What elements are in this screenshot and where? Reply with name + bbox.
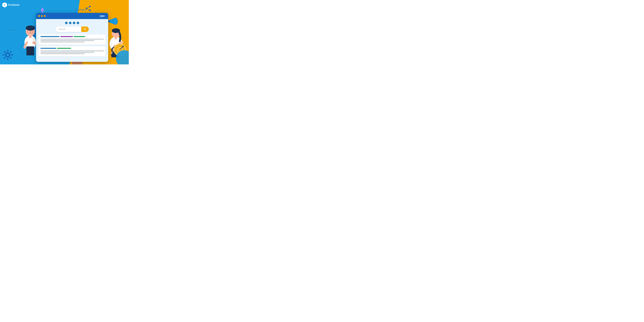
logo-shield-svg: F	[2, 2, 7, 8]
seo-label: seo	[100, 14, 104, 18]
svg-rect-33	[29, 36, 32, 38]
svg-rect-44	[108, 20, 110, 22]
svg-rect-16	[2, 54, 4, 56]
search-bar-container: Search	[39, 26, 106, 32]
nav-dot-2	[69, 22, 72, 24]
search-button[interactable]	[81, 26, 89, 32]
svg-rect-15	[4, 57, 6, 59]
svg-rect-12	[11, 54, 13, 56]
nav-dot-4	[77, 22, 79, 24]
browser-content: Search	[36, 19, 108, 62]
search-placeholder-text: Search	[58, 28, 66, 30]
zigzag-left-decoration	[5, 30, 17, 32]
svg-rect-13	[10, 57, 12, 59]
svg-line-6	[86, 8, 90, 10]
gear-icon	[2, 50, 13, 60]
browser-title-bar: seo	[36, 13, 108, 19]
svg-rect-41	[115, 37, 117, 40]
share-icon	[85, 5, 92, 12]
browser-dot-3	[44, 15, 46, 17]
svg-line-5	[86, 6, 90, 8]
svg-rect-11	[10, 51, 12, 53]
svg-point-23	[84, 28, 86, 30]
svg-point-45	[113, 18, 118, 24]
svg-rect-17	[4, 51, 6, 53]
svg-point-28	[26, 26, 35, 31]
browser-window: seo Search	[36, 13, 108, 62]
browser-dot-1	[38, 15, 40, 17]
megaphone-icon	[107, 17, 118, 26]
svg-line-24	[86, 30, 86, 30]
nav-dot-3	[73, 22, 75, 24]
svg-rect-10	[7, 50, 8, 52]
svg-point-9	[7, 54, 8, 56]
svg-rect-14	[7, 58, 8, 60]
search-input-display[interactable]: Search	[56, 26, 81, 32]
svg-rect-26	[26, 46, 34, 56]
brand-name: FoxAdvert	[8, 4, 20, 6]
logo-icon: F	[2, 2, 7, 8]
logo: F FoxAdvert	[2, 2, 20, 8]
browser-dot-2	[41, 15, 43, 17]
main-canvas: F FoxAdvert	[0, 0, 129, 64]
nav-dot-1	[65, 22, 68, 24]
result-card-1[interactable]	[39, 34, 106, 45]
svg-text:F: F	[4, 4, 6, 6]
nav-dots-row	[39, 22, 106, 24]
zigzag-top-decoration	[75, 9, 86, 12]
result-card-2[interactable]	[39, 46, 106, 56]
